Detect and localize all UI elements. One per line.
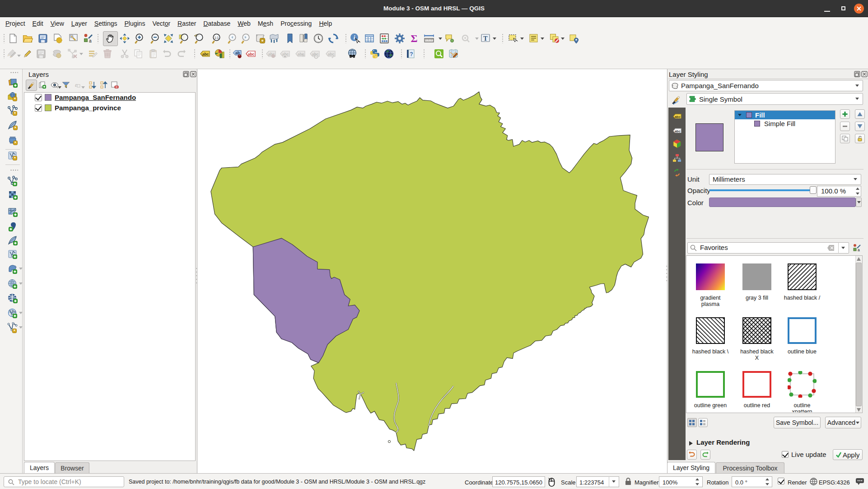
svg-text:*: *: [14, 97, 16, 101]
svg-text:*: *: [14, 111, 16, 116]
svg-text:Σ: Σ: [411, 33, 417, 44]
svg-text:?: ?: [410, 51, 413, 57]
svg-text:i: i: [354, 34, 355, 41]
svg-text:*: *: [14, 126, 16, 130]
svg-text:abc: abc: [675, 115, 681, 118]
svg-text:1:1: 1:1: [215, 36, 219, 39]
svg-text:T: T: [483, 35, 488, 42]
svg-text:abc: abc: [202, 52, 209, 56]
svg-text:*: *: [14, 156, 16, 160]
svg-text:abc: abc: [675, 129, 681, 133]
svg-text:a: a: [858, 248, 860, 252]
svg-text:a: a: [89, 38, 92, 43]
svg-text:*: *: [14, 141, 16, 145]
svg-text:abc: abc: [312, 52, 319, 56]
svg-text:abc: abc: [248, 52, 255, 56]
svg-text:*: *: [14, 329, 15, 333]
